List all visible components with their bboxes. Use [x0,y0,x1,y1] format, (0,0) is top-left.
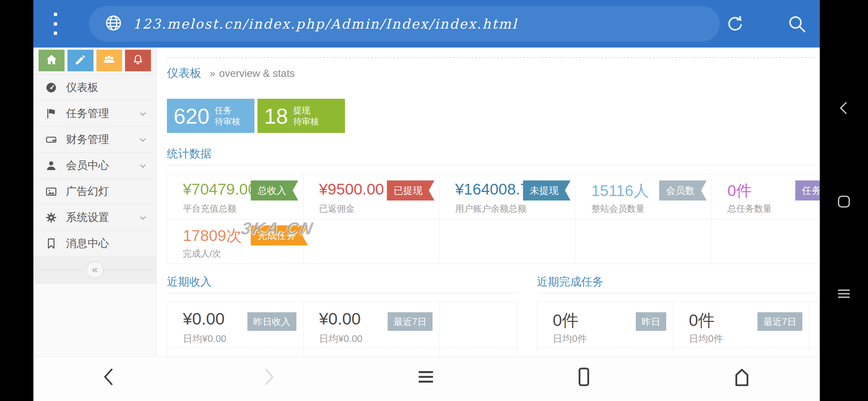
notifications-quick-button[interactable] [125,50,151,71]
sidebar-item-settings[interactable]: 系统设置 [33,205,156,231]
search-icon[interactable] [786,13,807,34]
stat-badge: 已提现 [387,180,434,200]
stat-value: 0件 [727,180,752,201]
tasks-sub: 日均0件 [689,332,723,345]
tabs-button[interactable] [573,366,595,388]
box-line1: 任务 [215,105,240,116]
box-line2: 待审核 [293,116,319,127]
stat-card-total-tasks: 0件 任务数 总任务数量 [712,175,820,219]
quick-buttons [33,48,156,74]
chevron-down-icon [138,135,148,145]
pending-withdrawals-box[interactable]: 18 提现 待审核 [257,99,345,133]
stat-value: 17809次 [183,225,242,246]
income-sub: 日均¥0.00 [183,332,226,345]
pending-tasks-count: 620 [174,104,210,128]
browser-menu-button[interactable] [50,13,61,35]
empty-cell [440,219,576,264]
side-recents-button[interactable] [835,193,852,210]
income-badge: 最近7日 [388,312,433,331]
stat-value: ¥164008.7 [455,180,529,198]
breadcrumb-separator: » [210,68,216,79]
box-line2: 待审核 [215,116,240,127]
tasks-card-yesterday: 0件 昨日 日均0件 [537,302,673,348]
income-value: ¥0.00 [183,309,225,329]
stat-card-members: 15116人 会员数 整站会员数量 [576,175,712,219]
stat-label: 平台充值总额 [183,203,236,215]
recent-tasks-title: 近期完成任务 [537,274,820,289]
sidebar-item-members[interactable]: 会员中心 [33,153,156,179]
empty-cell [809,302,819,348]
edit-quick-button[interactable] [68,50,93,71]
empty-cell [440,302,517,348]
sidebar-item-label: 会员中心 [66,158,109,173]
recent-income-grid: ¥0.00 昨日收入 日均¥0.00 ¥0.00 最近7日 日均¥0.00 ¥0… [167,301,517,356]
refresh-icon[interactable] [725,13,746,34]
empty-cell [712,219,820,264]
forward-button[interactable] [257,366,279,388]
sidebar-item-banners[interactable]: 广告幻灯 [33,179,156,205]
drive-icon [45,133,58,146]
recent-tasks-section: 近期完成任务 0件 昨日 日均0件 0件 最近7日 日均0件 [537,274,820,356]
stat-card-completed: 17809次 完成任务 完成人/次 [167,219,303,264]
recent-income-section: 近期收入 ¥0.00 昨日收入 日均¥0.00 ¥0.00 最近7日 日均¥0.… [167,274,517,356]
home-quick-button[interactable] [39,50,65,71]
sidebar-menu: 仪表板 任务管理 [33,74,156,257]
stat-card-withdrawn: ¥9500.00 已提现 已返佣金 [303,175,440,219]
sidebar-item-dashboard[interactable]: 仪表板 [33,75,156,101]
stat-badge: 任务数 [795,180,820,200]
income-card-7days: ¥0.00 最近7日 日均¥0.00 [303,302,440,348]
breadcrumb: 仪表板 » overview & stats [167,57,815,90]
stat-label: 整站会员数量 [591,203,645,215]
bell-icon [131,53,145,68]
income-card-clipped [303,348,440,356]
empty-cell [440,348,517,356]
address-bar[interactable]: 123.melost.cn/index.php/Admin/Index/inde… [89,6,720,42]
sidebar-item-messages[interactable]: 消息中心 [33,231,156,257]
side-back-button[interactable] [835,100,852,117]
admin-app: 仪表板 任务管理 [33,48,820,356]
chevron-down-icon [138,213,148,223]
stat-badge: 会员数 [659,180,707,200]
stat-card-unwithdrawn: ¥164008.7 未提现 用户账户余额总额 [440,175,576,219]
tasks-badge: 最近7日 [757,312,802,331]
tasks-badge: 昨日 [636,312,666,331]
dashboard-icon [45,81,58,94]
users-icon [102,53,116,68]
sidebar: 仪表板 任务管理 [33,48,157,356]
page-title[interactable]: 仪表板 [167,65,201,81]
divider [167,165,815,165]
main-content: 仪表板 » overview & stats 620 任务 待审核 18 提现 … [157,48,820,356]
collapse-sidebar-button[interactable]: « [86,261,103,278]
image-icon [45,185,58,198]
home-icon [45,53,58,68]
back-button[interactable] [99,366,121,388]
globe-icon [104,13,123,34]
sidebar-item-tasks[interactable]: 任务管理 [33,101,156,127]
stat-label: 完成人/次 [183,248,221,260]
sidebar-item-label: 仪表板 [66,80,98,95]
chevron-down-icon [138,161,148,171]
pending-tasks-box[interactable]: 620 任务 待审核 [167,99,254,133]
stat-value: ¥9500.00 [319,180,384,198]
stat-value: 15116人 [591,180,649,201]
tasks-value: 0件 [689,309,715,332]
income-value: ¥0.00 [319,309,361,329]
home-button[interactable] [731,366,753,388]
tasks-sub: 日均0件 [553,332,587,345]
tasks-card-clipped: 0件 昨日 [537,348,673,356]
empty-cell [576,219,712,264]
menu-button[interactable] [415,366,437,388]
users-quick-button[interactable] [96,50,122,71]
income-card-yesterday: ¥0.00 昨日收入 日均¥0.00 [167,302,303,348]
stat-badge: 完成任务 [251,225,308,245]
sidebar-item-label: 消息中心 [66,236,109,251]
tasks-value: 0件 [553,309,579,332]
empty-cell [809,348,819,356]
stats-section-title: 统计数据 [167,146,820,161]
bookmark-icon [45,237,58,250]
income-badge: 昨日收入 [247,312,296,331]
chevron-down-icon [138,109,148,119]
side-menu-button[interactable] [835,285,852,302]
empty-cell [303,219,440,264]
sidebar-item-finance[interactable]: 财务管理 [33,127,156,153]
